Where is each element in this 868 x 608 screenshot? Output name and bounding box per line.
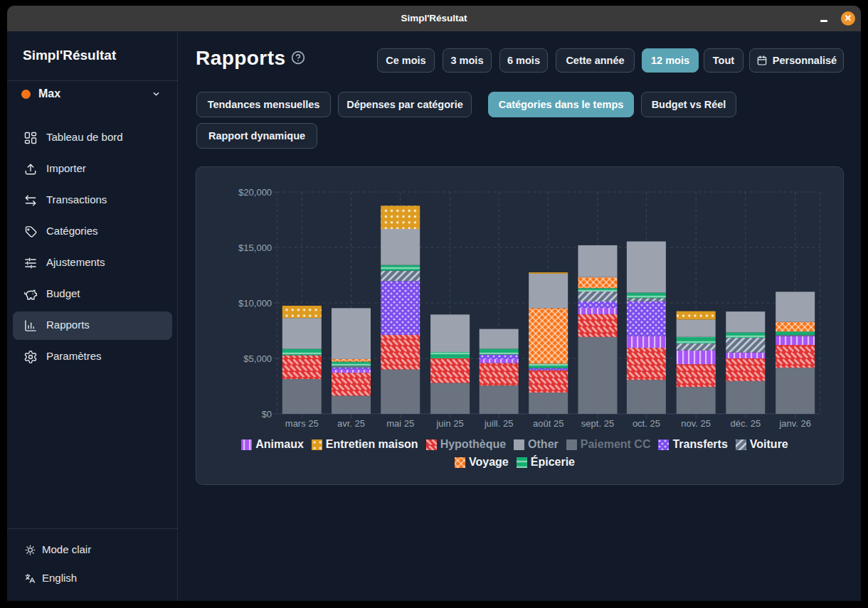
svg-text:sept. 25: sept. 25 [581, 418, 614, 429]
svg-text:juill. 25: juill. 25 [484, 418, 513, 429]
svg-text:avr. 25: avr. 25 [337, 418, 365, 429]
svg-text:$10,000: $10,000 [238, 298, 272, 309]
svg-text:$15,000: $15,000 [238, 242, 272, 253]
svg-text:mars 25: mars 25 [285, 418, 319, 429]
svg-text:$20,000: $20,000 [238, 187, 272, 198]
svg-text:mai 25: mai 25 [386, 418, 414, 429]
svg-text:oct. 25: oct. 25 [633, 418, 660, 429]
svg-text:$0: $0 [262, 409, 272, 420]
svg-text:août 25: août 25 [533, 418, 563, 429]
svg-text:déc. 25: déc. 25 [730, 418, 761, 429]
svg-text:juin 25: juin 25 [435, 418, 463, 429]
svg-text:nov. 25: nov. 25 [681, 418, 711, 429]
svg-text:$5,000: $5,000 [243, 353, 272, 364]
svg-text:janv. 26: janv. 26 [778, 418, 811, 429]
